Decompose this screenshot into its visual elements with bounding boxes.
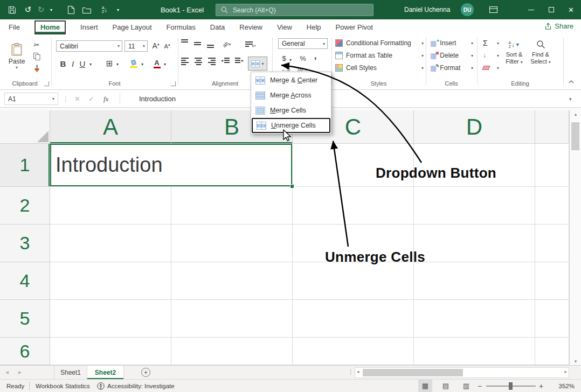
fill-handle[interactable] [290,184,294,188]
percent-style-button[interactable]: % [299,53,307,63]
column-header-a[interactable]: A [50,110,171,144]
cell-e2[interactable] [535,187,569,225]
formula-bar-splitter[interactable]: ⋮ [63,93,69,105]
font-dialog-launcher[interactable] [171,81,176,86]
row-header-1[interactable]: 1 [0,144,50,187]
tab-power-pivot[interactable]: Power Pivot [336,23,373,31]
column-header-partial[interactable] [535,110,569,144]
tab-file[interactable]: File [9,23,20,31]
cell-e4[interactable] [535,262,569,300]
row-header-2[interactable]: 2 [0,187,50,225]
clipboard-dialog-launcher[interactable] [44,81,49,86]
cell-b5[interactable] [171,300,293,338]
save-button[interactable] [5,0,18,19]
copy-button[interactable] [31,52,42,61]
cell-b6[interactable] [171,338,293,365]
bold-button[interactable]: B [58,58,68,69]
cell-c6[interactable] [293,338,414,365]
cell-d4[interactable] [414,262,535,300]
scroll-right-arrow[interactable]: ▸ [564,369,567,374]
insert-cells-button[interactable]: ▦+ Insert ▾ [430,38,473,48]
zoom-out-button[interactable]: − [478,380,482,392]
tab-help[interactable]: Help [307,23,321,31]
orientation-button[interactable]: ab▾ [221,39,233,49]
undo-button[interactable]: ↺ [23,0,33,19]
cell-styles-button[interactable]: Cell Styles ▾ [335,62,424,73]
vertical-scroll-thumb[interactable] [571,122,579,150]
font-name-combo[interactable]: Calibri▾ [56,40,122,52]
search-box[interactable]: Search (Alt+Q) [216,4,374,16]
scroll-up-arrow[interactable]: ▴ [570,111,581,117]
align-left-button[interactable] [181,58,190,65]
row-header-4[interactable]: 4 [0,262,50,300]
sort-az-button[interactable]: AZ↓ [97,0,112,19]
decrease-indent-button[interactable]: ◂ [221,58,230,63]
accessibility-button[interactable]: Accessibility: Investigate [97,380,175,392]
name-box[interactable]: A1 ▾ [4,93,58,105]
accounting-caret[interactable]: ▾ [288,57,293,63]
autosum-button[interactable]: Σ ▾ [483,38,499,48]
number-format-combo[interactable]: General▾ [278,38,328,49]
page-layout-view-button[interactable]: ▤ [439,380,453,392]
row-header-5[interactable]: 5 [0,300,50,338]
tab-page-layout[interactable]: Page Layout [113,23,152,31]
ribbon-display-options-button[interactable] [486,0,501,19]
cell-e6[interactable] [535,338,569,365]
scroll-left-arrow[interactable]: ◂ [357,369,359,374]
menu-item-merge-across[interactable]: Merge Across [252,88,330,103]
scroll-down-arrow[interactable]: ▾ [570,359,581,364]
menu-item-merge-cells[interactable]: Merge Cells [252,103,330,118]
tab-view[interactable]: View [277,23,292,31]
cell-c5[interactable] [293,300,414,338]
underline-button[interactable]: U [78,58,87,69]
horizontal-scroll-thumb[interactable] [363,369,463,376]
align-top-button[interactable] [181,39,189,48]
italic-button[interactable]: I [69,58,77,69]
tab-home[interactable]: Home [34,20,66,34]
accounting-format-button[interactable]: $ [280,53,288,63]
cell-d2[interactable] [414,187,535,225]
wrap-text-button[interactable]: ↩ [244,39,258,49]
cell-a4[interactable] [50,262,171,300]
sort-filter-button[interactable]: AZ↓▼ Sort & Filter ▾ [501,38,527,73]
zoom-in-button[interactable]: + [539,380,543,392]
merge-and-center-button[interactable]: ▾ [248,57,267,71]
underline-caret[interactable]: ▾ [87,61,94,67]
cell-a3[interactable] [50,225,171,262]
formula-input[interactable]: Introduction [139,93,176,105]
sheet-tab-sheet1[interactable]: Sheet1 [54,366,87,379]
normal-view-button[interactable]: ▦ [418,380,432,392]
row-header-6[interactable]: 6 [0,338,50,365]
confirm-entry-button[interactable]: ✓ [88,93,94,105]
increase-font-button[interactable]: A▴ [150,40,161,51]
cell-a6[interactable] [50,338,171,365]
quick-access-caret[interactable]: ▾ [114,0,122,19]
fill-color-button[interactable] [128,58,139,69]
sheet-nav-left[interactable]: ◂ [5,366,9,378]
cut-button[interactable]: ✂ [31,40,42,50]
cancel-entry-button[interactable]: ✕ [74,93,80,105]
tab-formulas[interactable]: Formulas [167,23,196,31]
select-all-corner[interactable] [0,110,50,144]
tab-data[interactable]: Data [210,23,225,31]
page-break-view-button[interactable]: ▥ [459,380,473,392]
format-cells-button[interactable]: ▦✎ Format ▾ [430,62,473,73]
cell-b3[interactable] [171,225,293,262]
find-select-button[interactable]: Find & Select ▾ [528,38,553,73]
add-sheet-button[interactable]: + [141,368,150,377]
increase-indent-button[interactable]: ▸ [235,58,244,63]
cell-b2[interactable] [171,187,293,225]
open-button[interactable] [81,0,93,19]
font-color-caret[interactable]: ▾ [162,61,168,67]
cell-a5[interactable] [50,300,171,338]
clear-button[interactable]: ▾ [483,62,499,73]
tab-splitter[interactable]: ⋮ [348,366,354,378]
cell-d3[interactable] [414,225,535,262]
cell-b4[interactable] [171,262,293,300]
vertical-scrollbar[interactable]: ▴ ▾ [569,110,581,365]
zoom-slider-thumb[interactable] [509,382,513,390]
paste-button[interactable]: Paste ▾ [4,38,29,75]
share-button[interactable]: Share [544,22,573,30]
delete-cells-button[interactable]: ▦✕ Delete ▾ [430,50,473,61]
minimize-button[interactable] [521,0,541,19]
